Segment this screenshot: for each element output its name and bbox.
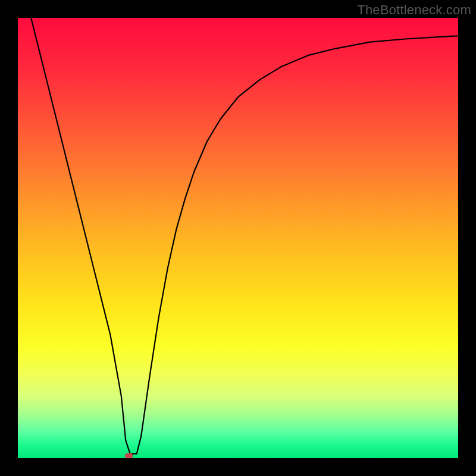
plot-frame: TheBottleneck.com [0,0,476,476]
gradient-background [18,18,458,458]
watermark-text: TheBottleneck.com [357,2,471,18]
chart-svg [18,18,458,458]
plot-area [18,18,458,458]
